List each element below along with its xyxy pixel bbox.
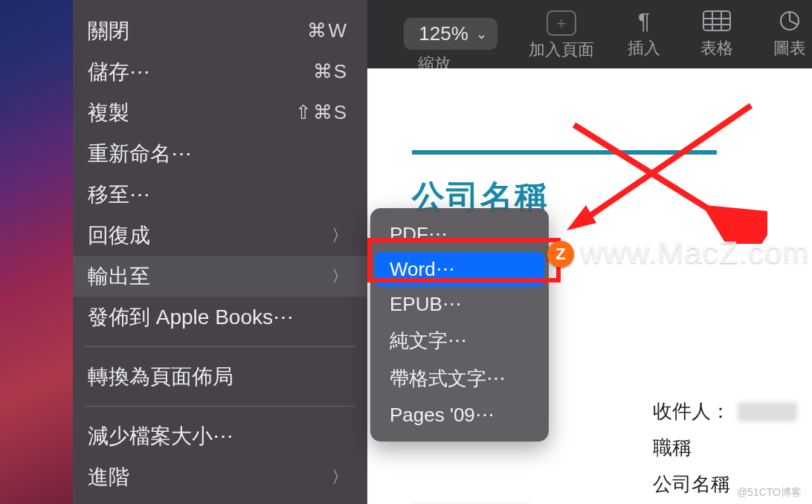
- job-title-label: 職稱: [653, 435, 692, 461]
- desktop-wallpaper: [0, 0, 73, 504]
- chevron-right-icon: 〉: [332, 225, 348, 246]
- table-icon: [702, 7, 732, 34]
- plus-icon: ＋: [553, 12, 570, 34]
- pilcrow-icon: ¶: [638, 7, 650, 34]
- chart-label: 圖表: [773, 37, 806, 59]
- shortcut: ⇧⌘S: [295, 100, 348, 125]
- menu-item-move-to[interactable]: 移至⋯: [73, 174, 367, 215]
- menu-item-advanced[interactable]: 進階 〉: [73, 456, 367, 497]
- menu-item-duplicate[interactable]: 複製 ⇧⌘S: [73, 92, 367, 133]
- file-menu: 關閉 ⌘W 儲存⋯ ⌘S 複製 ⇧⌘S 重新命名⋯ 移至⋯ 回復成 〉 輸出至 …: [73, 0, 367, 504]
- submenu-label: 純文字⋯: [390, 329, 467, 352]
- badge-letter: Z: [555, 245, 565, 264]
- menu-label: 移至⋯: [88, 181, 150, 207]
- toolbar-chart-group[interactable]: 圖表: [773, 0, 806, 68]
- menu-label: 輸出至: [88, 263, 150, 289]
- toolbar-addpage-group: ＋ 加入頁面: [506, 0, 617, 68]
- menu-item-convert-layout[interactable]: 轉換為頁面佈局: [73, 356, 367, 397]
- submenu-item-pdf[interactable]: PDF⋯: [375, 217, 544, 252]
- submenu-item-plain-text[interactable]: 純文字⋯: [375, 322, 544, 360]
- chevron-right-icon: 〉: [332, 266, 348, 287]
- submenu-label: Word⋯: [390, 258, 455, 280]
- zoom-dropdown[interactable]: 125% ⌄: [404, 18, 497, 50]
- menu-label: 重新命名⋯: [88, 140, 192, 167]
- shortcut: ⌘S: [313, 59, 348, 84]
- app-toolbar: 125% ⌄ 縮放 ＋ 加入頁面 ¶ 插入 表格: [367, 0, 812, 68]
- svg-rect-0: [703, 11, 730, 30]
- menu-label: 回復成: [88, 222, 150, 248]
- chart-icon: [776, 7, 803, 34]
- shortcut: ⌘W: [307, 19, 348, 43]
- export-submenu: PDF⋯ Word⋯ EPUB⋯ 純文字⋯ 帶格式文字⋯ Pages '09⋯: [370, 208, 549, 442]
- add-page-button[interactable]: ＋: [547, 10, 576, 36]
- watermark-badge: Z: [547, 241, 574, 268]
- table-label: 表格: [700, 37, 733, 59]
- chevron-down-icon: ⌄: [476, 26, 487, 42]
- credit-watermark: @51CTO博客: [737, 486, 802, 500]
- menu-item-close[interactable]: 關閉 ⌘W: [73, 10, 367, 51]
- zoom-value: 125%: [419, 22, 468, 45]
- menu-label: 轉換為頁面佈局: [88, 364, 233, 390]
- menu-item-publish-apple-books[interactable]: 發佈到 Apple Books⋯: [73, 297, 367, 337]
- menu-item-reduce-file-size[interactable]: 減少檔案大小⋯: [73, 416, 367, 456]
- menu-label: 儲存⋯: [88, 59, 150, 85]
- menu-separator: [85, 346, 355, 347]
- toolbar-insert-group[interactable]: ¶ 插入: [628, 0, 660, 68]
- submenu-label: Pages '09⋯: [390, 404, 494, 426]
- blurred-value: [738, 402, 797, 421]
- menu-label: 減少檔案大小⋯: [88, 423, 233, 449]
- submenu-label: EPUB⋯: [390, 293, 462, 315]
- submenu-label: PDF⋯: [390, 223, 448, 245]
- recipient-label: 收件人：: [653, 398, 730, 424]
- submenu-item-epub[interactable]: EPUB⋯: [375, 287, 544, 322]
- menu-label: 關閉: [88, 18, 129, 44]
- company-label: 公司名稱: [653, 471, 730, 497]
- menu-label: 進階: [88, 464, 129, 490]
- toolbar-table-group[interactable]: 表格: [700, 0, 733, 68]
- insert-label: 插入: [628, 37, 660, 59]
- menu-item-export-to[interactable]: 輸出至 〉: [73, 256, 367, 297]
- toolbar-zoom-group: 125% ⌄ 縮放: [367, 0, 501, 68]
- menu-label: 複製: [88, 100, 129, 126]
- menu-separator: [85, 406, 355, 407]
- submenu-item-pages09[interactable]: Pages '09⋯: [375, 398, 544, 433]
- menu-label: 發佈到 Apple Books⋯: [88, 304, 294, 330]
- menu-item-save[interactable]: 儲存⋯ ⌘S: [73, 51, 367, 92]
- chevron-right-icon: 〉: [332, 467, 348, 488]
- submenu-item-rich-text[interactable]: 帶格式文字⋯: [375, 360, 544, 398]
- add-page-label: 加入頁面: [529, 39, 594, 61]
- submenu-label: 帶格式文字⋯: [390, 367, 506, 390]
- menu-item-rename[interactable]: 重新命名⋯: [73, 133, 367, 174]
- doc-horizontal-rule: [412, 150, 717, 155]
- menu-item-revert-to[interactable]: 回復成 〉: [73, 215, 367, 256]
- submenu-item-word[interactable]: Word⋯: [375, 252, 544, 287]
